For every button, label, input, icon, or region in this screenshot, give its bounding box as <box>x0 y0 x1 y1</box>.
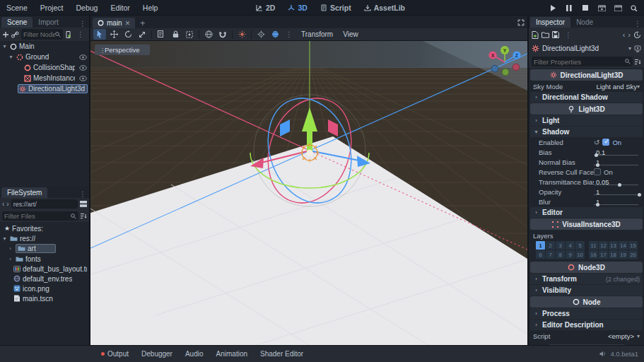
enabled-checkbox[interactable] <box>602 139 609 146</box>
visibility-eye-icon[interactable] <box>79 54 87 60</box>
tree-row-main[interactable]: ▾ Main <box>0 41 89 52</box>
section-visibility[interactable]: ›Visibility <box>530 285 643 296</box>
version-label[interactable]: 4.0.beta1 <box>610 350 638 358</box>
movie-maker-button[interactable] <box>627 1 641 14</box>
add-node-icon[interactable] <box>2 31 9 38</box>
y-move-handle[interactable] <box>307 130 312 151</box>
instance-scene-icon[interactable] <box>11 31 19 38</box>
viewport-3d[interactable]: X Y Z ⋮ Perspective <box>90 41 527 345</box>
rotate-tool-button[interactable] <box>122 29 134 40</box>
layer-cell[interactable]: 13 <box>609 241 618 250</box>
scale-tool-button[interactable] <box>136 29 148 40</box>
layer-cell[interactable]: 1 <box>536 241 545 250</box>
transform-menu[interactable]: Transform <box>297 30 337 38</box>
collapse-icon[interactable]: ▾ <box>1 43 8 49</box>
section-editor[interactable]: ›Editor <box>530 207 643 218</box>
tab-import[interactable]: Import <box>33 17 64 28</box>
fs-row-default-bus-layout[interactable]: default_bus_layout.tres <box>0 264 89 274</box>
distraction-free-icon[interactable] <box>517 19 525 26</box>
tab-scene[interactable]: Scene <box>1 17 33 28</box>
move-tool-button[interactable] <box>107 29 120 40</box>
layer-cell[interactable]: 17 <box>599 250 608 259</box>
menu-project[interactable]: Project <box>34 0 70 16</box>
lock-button[interactable] <box>169 29 182 40</box>
favorites-row[interactable]: ★ Favorites: <box>0 223 89 233</box>
bottom-tab-output[interactable]: Output <box>95 350 135 358</box>
chevron-down-icon[interactable]: ▾ <box>637 83 640 90</box>
speaker-icon[interactable] <box>599 351 607 357</box>
revert-icon[interactable]: ↺ <box>594 139 599 146</box>
scene-dock-menu-icon[interactable]: ⋮ <box>76 20 89 28</box>
nav-back-icon[interactable]: ‹ <box>2 200 4 208</box>
section-process[interactable]: ›Process <box>530 308 643 319</box>
expand-icon[interactable]: › <box>7 245 13 252</box>
group-button[interactable] <box>183 29 196 40</box>
fs-row-res[interactable]: ▾ res:// <box>0 233 89 243</box>
close-tab-icon[interactable]: ✕ <box>125 20 131 27</box>
property-favorites-icon[interactable] <box>635 59 641 65</box>
workspace-script[interactable]: Script <box>315 0 356 16</box>
stop-button[interactable] <box>578 1 592 14</box>
transmittance-bias-slider[interactable]: 0.05 <box>594 177 640 187</box>
menu-debug[interactable]: Debug <box>69 0 104 16</box>
section-editor-description[interactable]: ›Editor Description <box>530 320 643 330</box>
layer-cell[interactable]: 20 <box>628 250 638 259</box>
script-dropdown[interactable]: <empty> <box>608 332 634 340</box>
preview-sunlight-button[interactable] <box>235 29 248 40</box>
layer-cell[interactable]: 6 <box>536 250 545 259</box>
filter-files-input[interactable] <box>4 212 71 220</box>
filter-node-input[interactable] <box>23 30 55 38</box>
menu-help[interactable]: Help <box>136 0 165 16</box>
layer-cell[interactable]: 16 <box>589 250 598 259</box>
filter-properties-input[interactable] <box>534 58 625 66</box>
extra-resource-options-icon[interactable] <box>634 45 641 52</box>
load-resource-icon[interactable] <box>541 32 549 38</box>
workspace-assetlib[interactable]: AssetLib <box>359 0 410 16</box>
current-path[interactable]: res://art/ <box>11 199 78 209</box>
bottom-tab-debugger[interactable]: Debugger <box>135 350 179 358</box>
reverse-cull-checkbox[interactable] <box>594 168 601 175</box>
snap-button[interactable] <box>216 29 229 40</box>
layer-cell[interactable]: 5 <box>575 241 585 250</box>
split-mode-icon[interactable] <box>80 201 87 207</box>
view-menu[interactable]: View <box>339 30 363 38</box>
play-custom-scene-button[interactable] <box>611 1 625 14</box>
view-options-menu-icon[interactable]: ⋮ <box>283 30 295 38</box>
local-space-button[interactable] <box>202 29 215 40</box>
bottom-tab-animation[interactable]: Animation <box>210 350 254 358</box>
chevron-down-icon[interactable]: ▾ <box>628 45 631 52</box>
fs-row-default-env[interactable]: default_env.tres <box>0 274 89 284</box>
edited-object-row[interactable]: DirectionalLight3d ▾ <box>529 42 644 55</box>
play-scene-button[interactable] <box>595 1 609 14</box>
layer-cell[interactable]: 10 <box>575 250 585 259</box>
layer-cell[interactable]: 2 <box>546 241 555 250</box>
inspector-dock-menu-icon[interactable]: ⋮ <box>631 20 644 28</box>
layer-cell[interactable]: 4 <box>566 241 575 250</box>
layer-cell[interactable]: 14 <box>619 241 628 250</box>
tree-row-ground[interactable]: ▾ Ground <box>0 52 89 62</box>
new-resource-icon[interactable] <box>532 31 539 39</box>
tab-inspector[interactable]: Inspector <box>530 17 570 28</box>
section-light[interactable]: ›Light <box>530 115 643 126</box>
fs-row-icon-png[interactable]: icon.png <box>0 284 89 293</box>
workspace-3d[interactable]: 3D <box>283 0 312 16</box>
sort-files-icon[interactable] <box>81 213 87 219</box>
perspective-button[interactable]: ⋮ Perspective <box>95 45 150 55</box>
section-shadow[interactable]: ▾Shadow <box>530 127 643 137</box>
layer-cell[interactable]: 12 <box>599 241 608 250</box>
section-transform[interactable]: ›Transform (2 changed) <box>530 274 643 284</box>
normal-bias-slider[interactable]: 1 <box>594 157 640 167</box>
collapse-icon[interactable]: ▾ <box>8 54 14 60</box>
expand-icon[interactable]: › <box>7 256 13 262</box>
bottom-tab-audio[interactable]: Audio <box>179 350 210 358</box>
filesystem-dock-menu-icon[interactable]: ⋮ <box>76 190 89 198</box>
layer-cell[interactable]: 19 <box>619 250 628 259</box>
bias-slider[interactable]: 0.1 <box>594 147 640 157</box>
fs-row-art[interactable]: › art <box>0 243 89 254</box>
attach-script-icon[interactable] <box>65 31 72 38</box>
menu-editor[interactable]: Editor <box>104 0 136 16</box>
layer-cell[interactable]: 7 <box>546 250 555 259</box>
layer-cell[interactable]: 8 <box>556 250 565 259</box>
new-scene-tab-icon[interactable]: + <box>135 18 150 28</box>
tab-node[interactable]: Node <box>570 17 599 28</box>
